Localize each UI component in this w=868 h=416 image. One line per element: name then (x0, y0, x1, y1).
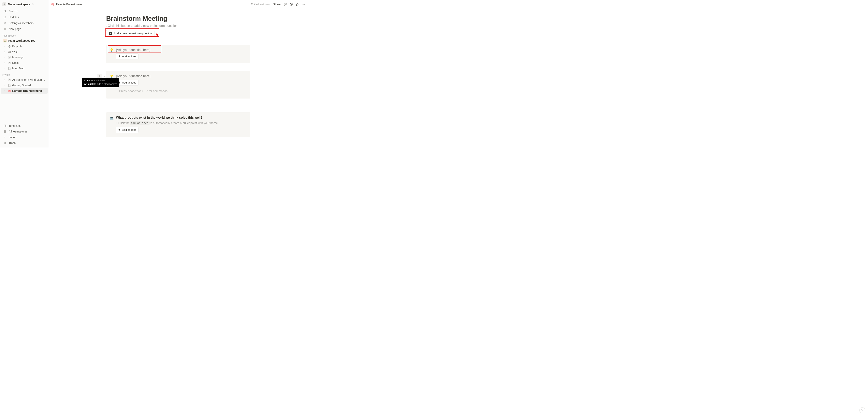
brain-icon: 🧠 (7, 89, 11, 92)
page-icon (7, 67, 11, 70)
sidebar-trash-label: Trash (9, 141, 16, 145)
workspace-badge: T (2, 2, 6, 6)
bulb-icon: 💡 (110, 48, 114, 52)
grip-icon (104, 75, 105, 77)
last-edited-text: Edited just now (251, 3, 270, 6)
sidebar-item-meetings[interactable]: › Meetings (1, 55, 48, 60)
workspace-name: Team Workspace (8, 3, 30, 6)
sidebar-trash[interactable]: Trash (1, 140, 48, 146)
main: 🧠 Remote Brainstorming Edited just now S… (49, 0, 308, 147)
svg-rect-8 (8, 62, 10, 64)
sidebar-updates-label: Updates (9, 16, 19, 19)
chevron-right-icon: › (4, 67, 6, 69)
list-icon (7, 56, 11, 59)
svg-rect-17 (4, 132, 5, 132)
callout-block-1[interactable]: 💡 [Add your question here] Add an idea (106, 44, 250, 63)
question-placeholder-text[interactable]: [Add your question here] (116, 48, 150, 52)
sidebar-item-label: Wiki (12, 50, 18, 53)
plus-circle-icon (3, 27, 7, 31)
add-question-label: Add a new brainstorm question (114, 32, 152, 35)
section-header-teamspaces: Teamspaces (0, 32, 49, 38)
add-idea-button[interactable]: Add an idea (116, 80, 138, 86)
section-header-private: Private (0, 71, 49, 77)
book-icon (7, 50, 11, 53)
sidebar-templates[interactable]: Templates (1, 123, 48, 128)
gear-icon (3, 22, 7, 25)
sidebar-search[interactable]: Search (1, 8, 48, 14)
add-brainstorm-question-button[interactable]: ? Add a new brainstorm question (106, 30, 154, 37)
workspace-switcher[interactable]: T Team Workspace (2, 1, 47, 7)
chevron-right-icon: › (4, 79, 6, 81)
add-idea-button[interactable]: Add an idea (116, 127, 138, 133)
sidebar-item-docs[interactable]: › Docs (1, 60, 48, 65)
share-button[interactable]: Share (272, 2, 282, 7)
svg-rect-5 (8, 56, 10, 58)
sidebar-templates-label: Templates (9, 124, 21, 127)
sidebar-item-remote-brainstorming[interactable]: › 🧠 Remote Brainstorming (1, 88, 48, 94)
svg-rect-16 (5, 130, 6, 131)
sidebar-all-teamspaces[interactable]: All teamspaces (1, 129, 48, 134)
svg-point-24 (304, 4, 305, 5)
add-idea-label: Add an idea (122, 81, 136, 84)
sidebar-settings[interactable]: Settings & members (1, 20, 48, 26)
trash-icon (3, 142, 7, 145)
breadcrumb[interactable]: 🧠 Remote Brainstorming (51, 3, 83, 6)
sidebar-item-wiki[interactable]: › Wiki (1, 49, 48, 55)
hint-text: ↓ Click the Add an idea to automatically… (116, 121, 247, 125)
empty-block-placeholder[interactable]: Press 'space' for AI, '/' for commands… (119, 89, 247, 93)
question-placeholder-text[interactable]: [Add your question here] (116, 75, 150, 78)
sidebar: T Team Workspace Search Updates Settings… (0, 0, 49, 147)
topbar: 🧠 Remote Brainstorming Edited just now S… (49, 0, 308, 9)
sidebar-item-label: Remote Brainstorming (12, 89, 42, 92)
callout-block-2[interactable]: Click to add below Alt-click to add a bl… (106, 71, 250, 98)
sidebar-item-ai-brainstorm[interactable]: › AI Brainstorm Mind Map ... (1, 77, 48, 83)
breadcrumb-label: Remote Brainstorming (56, 3, 83, 6)
sidebar-updates[interactable]: Updates (1, 14, 48, 20)
add-idea-button[interactable]: Add an idea (116, 54, 138, 59)
download-icon (3, 136, 7, 139)
sidebar-item-getting-started[interactable]: › Getting Started (1, 83, 48, 88)
chevron-right-icon: › (4, 45, 6, 48)
sidebar-search-label: Search (9, 10, 18, 13)
question-title[interactable]: What products exist in the world we thin… (116, 116, 203, 119)
templates-icon (3, 124, 7, 127)
sidebar-new-page[interactable]: New page (1, 26, 48, 32)
svg-rect-18 (5, 132, 6, 132)
sidebar-item-projects[interactable]: › ◎ Projects (1, 43, 48, 49)
add-idea-label: Add an idea (122, 128, 136, 131)
sidebar-import[interactable]: Import (1, 135, 48, 140)
svg-rect-15 (4, 130, 5, 131)
svg-rect-11 (8, 79, 10, 81)
sidebar-import-label: Import (9, 136, 17, 139)
svg-rect-14 (4, 125, 5, 127)
sidebar-item-label: Meetings (12, 56, 24, 59)
sidebar-item-label: Getting Started (12, 84, 31, 87)
page-subtitle: ↓ Click this button to add a new brainst… (106, 24, 250, 28)
bulb-dark-icon (118, 55, 121, 58)
svg-point-23 (303, 4, 304, 5)
svg-point-22 (302, 4, 303, 5)
sidebar-item-label: Mind Map (12, 67, 24, 70)
favorite-icon[interactable] (295, 2, 300, 6)
page-icon (7, 84, 11, 87)
teamspace-root[interactable]: 🏠 Team Workspace HQ (1, 38, 48, 43)
svg-line-1 (5, 12, 6, 12)
page-title[interactable]: Brainstorm Meeting (106, 14, 250, 23)
sidebar-item-label: Docs (12, 61, 19, 64)
drag-handle[interactable] (102, 73, 107, 78)
page-framed-icon (7, 79, 11, 81)
more-icon[interactable] (301, 2, 305, 6)
target-icon: ◎ (7, 44, 11, 48)
laptop-icon: 💻 (110, 116, 114, 120)
chevron-up-down-icon (32, 3, 34, 5)
home-icon: 🏠 (3, 39, 7, 42)
comments-icon[interactable] (283, 2, 288, 6)
brain-icon: 🧠 (51, 3, 54, 6)
add-block-button[interactable] (97, 73, 102, 78)
question-circle-icon: ? (109, 32, 112, 35)
sidebar-item-mindmap[interactable]: › Mind Map (1, 65, 48, 71)
sidebar-item-label: Projects (12, 44, 22, 48)
sidebar-item-label: AI Brainstorm Mind Map ... (12, 78, 45, 81)
callout-block-3[interactable]: 💻 What products exist in the world we th… (106, 112, 250, 137)
history-icon[interactable] (289, 2, 293, 6)
